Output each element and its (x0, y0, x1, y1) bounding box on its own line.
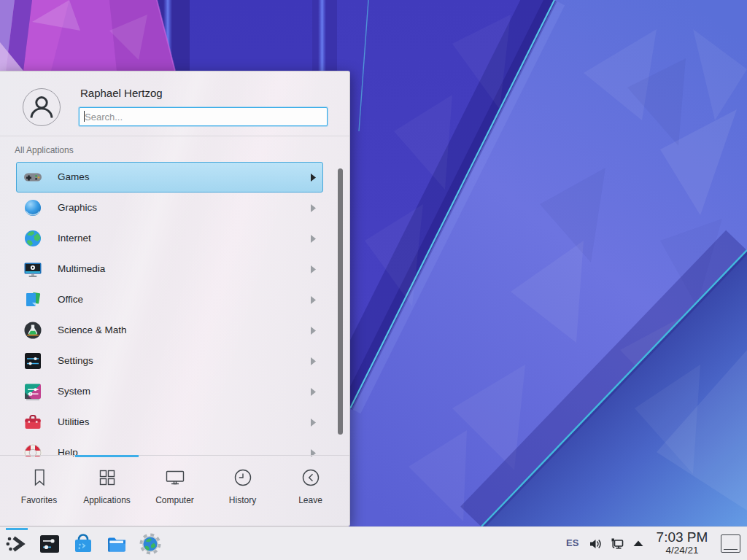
category-label: Multimedia (58, 254, 105, 284)
settings-icon (23, 351, 42, 370)
application-launcher-button[interactable] (4, 532, 28, 556)
category-help[interactable]: Help (16, 438, 323, 456)
category-system[interactable]: System (16, 376, 323, 407)
clock-time: 7:03 PM (651, 529, 713, 545)
volume-icon[interactable] (588, 537, 603, 551)
category-internet[interactable]: Internet (16, 223, 323, 254)
category-label: Office (58, 285, 83, 314)
category-label: Help (58, 438, 78, 456)
tab-applications[interactable]: Applications (73, 467, 141, 505)
category-games[interactable]: Games (16, 162, 323, 192)
category-list: Games Graphics (0, 162, 349, 456)
submenu-arrow-icon (310, 388, 317, 396)
category-science-math[interactable]: Science & Math (16, 315, 323, 346)
leave-icon (300, 478, 322, 491)
expand-tray-icon[interactable] (631, 537, 646, 551)
launcher-tabbar: Favorites Applications (0, 455, 349, 526)
category-label: Science & Math (58, 316, 127, 345)
tab-label: Computer (141, 495, 209, 505)
tab-label: Leave (276, 495, 344, 505)
section-label: All Applications (15, 145, 74, 155)
network-icon[interactable] (610, 537, 624, 551)
user-avatar[interactable] (23, 88, 61, 126)
category-office[interactable]: Office (16, 284, 323, 315)
games-icon (23, 168, 42, 187)
utilities-icon (23, 413, 42, 432)
header-separator (0, 136, 349, 136)
discover-button[interactable] (71, 532, 95, 556)
favorites-icon (28, 478, 50, 491)
submenu-arrow-icon (310, 204, 317, 212)
search-input[interactable] (79, 107, 328, 126)
user-name: Raphael Hertzog (80, 87, 163, 99)
category-label: System (58, 377, 90, 406)
submenu-arrow-icon (310, 357, 317, 365)
computer-icon (164, 478, 186, 491)
category-label: Internet (58, 224, 91, 253)
digital-clock[interactable]: 7:03 PM 4/24/21 (651, 529, 713, 556)
category-settings[interactable]: Settings (16, 346, 323, 376)
clock-date: 4/24/21 (651, 545, 713, 556)
text-caret (84, 111, 85, 122)
multimedia-icon (23, 260, 42, 279)
submenu-arrow-icon (310, 296, 317, 304)
active-tab-indicator (75, 455, 139, 457)
category-label: Games (58, 163, 90, 192)
show-desktop-button[interactable] (721, 534, 740, 553)
tab-favorites[interactable]: Favorites (5, 467, 73, 505)
tab-label: Applications (73, 495, 141, 505)
active-app-indicator (6, 528, 28, 530)
internet-icon (23, 229, 42, 248)
tab-label: History (209, 495, 276, 505)
category-label: Settings (58, 346, 93, 376)
category-utilities[interactable]: Utilities (16, 407, 323, 438)
system-settings-button[interactable] (38, 532, 61, 556)
application-launcher-popup: Raphael Hertzog All Applications (0, 71, 350, 526)
category-graphics[interactable]: Graphics (16, 192, 323, 223)
web-browser-button[interactable] (139, 532, 162, 556)
office-icon (23, 290, 42, 309)
tab-history[interactable]: History (209, 467, 276, 505)
tab-computer[interactable]: Computer (141, 467, 209, 505)
category-multimedia[interactable]: Multimedia (16, 254, 323, 284)
search-field-wrap (79, 107, 328, 126)
science-icon (23, 321, 42, 340)
taskbar-panel: ES 7:03 PM 4/24/21 (0, 526, 747, 560)
keyboard-layout-indicator[interactable]: ES (566, 537, 578, 548)
applications-icon (96, 478, 118, 491)
graphics-icon (23, 198, 42, 217)
submenu-arrow-icon (310, 419, 317, 427)
submenu-arrow-icon (310, 235, 317, 243)
system-icon (23, 382, 42, 401)
category-label: Graphics (58, 193, 97, 222)
submenu-arrow-icon (310, 327, 317, 335)
file-manager-button[interactable] (105, 532, 128, 556)
desktop: Raphael Hertzog All Applications (0, 0, 747, 560)
submenu-arrow-icon (310, 265, 317, 273)
tab-label: Favorites (5, 495, 73, 505)
list-scrollbar[interactable] (338, 168, 343, 435)
submenu-arrow-icon (310, 174, 317, 182)
history-icon (232, 478, 254, 491)
category-label: Utilities (58, 408, 90, 437)
tab-leave[interactable]: Leave (276, 467, 344, 505)
